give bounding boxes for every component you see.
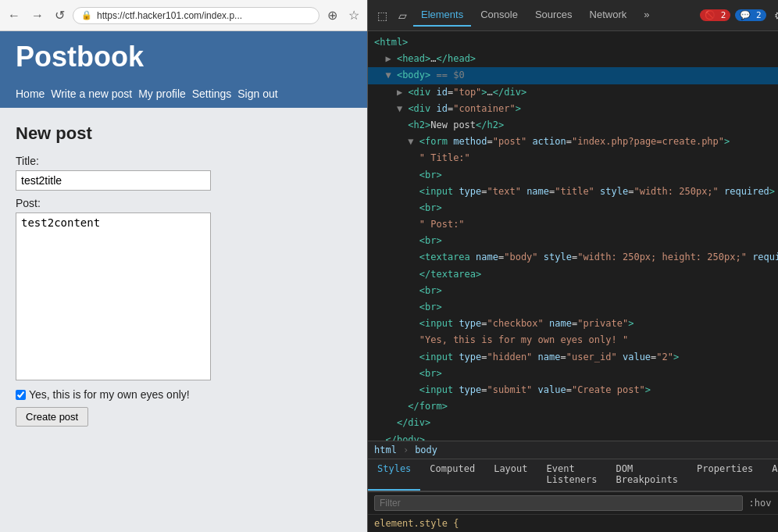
tree-div-container[interactable]: ▼ <div id="container">	[368, 101, 778, 117]
nav-home[interactable]: Home	[16, 87, 45, 100]
tree-textarea-close[interactable]: </textarea>	[368, 266, 778, 283]
tree-textarea[interactable]: <textarea name="body" style="width: 250p…	[368, 249, 778, 266]
breadcrumb-html[interactable]: html	[374, 445, 397, 455]
tree-form-close[interactable]: </form>	[368, 398, 778, 415]
breadcrumb-body[interactable]: body	[415, 445, 437, 455]
checkbox-row: Yes, this is for my own eyes only!	[16, 388, 352, 401]
tree-checkbox[interactable]: <input type="checkbox" name="private">	[368, 316, 778, 332]
site-title: Postbook	[0, 31, 367, 83]
lock-icon: 🔒	[81, 10, 92, 20]
tree-html[interactable]: <html>	[368, 34, 778, 51]
page-content: Postbook Home Write a new post My profil…	[0, 31, 367, 532]
tab-styles[interactable]: Styles	[368, 459, 420, 491]
nav-sign-out[interactable]: Sign out	[237, 87, 277, 100]
post-label: Post:	[16, 197, 352, 209]
nav-links: Home Write a new post My profile Setting…	[0, 83, 367, 108]
refresh-button[interactable]: ↺	[52, 6, 68, 24]
inspect-icon[interactable]: ⬚	[373, 6, 392, 25]
tree-h2[interactable]: <h2>New post</h2>	[368, 117, 778, 134]
tab-computed[interactable]: Computed	[420, 459, 484, 491]
tab-properties[interactable]: Properties	[687, 459, 762, 491]
tree-eyes-text[interactable]: "Yes, this is for my own eyes only! "	[368, 332, 778, 348]
tab-more[interactable]: »	[636, 4, 657, 27]
tree-div-top[interactable]: ▶ <div id="top">…</div>	[368, 84, 778, 101]
tree-br2[interactable]: <br>	[368, 200, 778, 216]
tree-br4[interactable]: <br>	[368, 283, 778, 299]
title-input[interactable]	[16, 170, 211, 191]
page-heading: New post	[16, 123, 352, 144]
filter-input[interactable]	[374, 495, 743, 511]
submit-button[interactable]: Create post	[16, 407, 88, 427]
devtools-topbar: ⬚ ▱ Elements Console Sources Network » 🚫…	[368, 0, 778, 31]
title-label: Title:	[16, 155, 352, 167]
nav-my-profile[interactable]: My profile	[138, 87, 186, 100]
tree-hidden[interactable]: <input type="hidden" name="user_id" valu…	[368, 349, 778, 366]
breadcrumb: html › body	[368, 441, 778, 459]
hov-button[interactable]: :hov	[749, 498, 772, 509]
tree-br3[interactable]: <br>	[368, 233, 778, 249]
tree-div-close[interactable]: </div>	[368, 415, 778, 431]
tab-layout[interactable]: Layout	[484, 459, 537, 491]
tab-console[interactable]: Console	[473, 4, 526, 27]
webpage-panel: ← → ↺ 🔒 https://ctf.hacker101.com/index.…	[0, 0, 367, 532]
nav-settings[interactable]: Settings	[192, 87, 232, 100]
nav-new-post[interactable]: Write a new post	[51, 87, 132, 100]
tab-elements[interactable]: Elements	[413, 4, 471, 27]
tree-br6[interactable]: <br>	[368, 366, 778, 382]
error-badge: 🚫 2	[700, 9, 730, 21]
tree-body[interactable]: ▼ <body> == $0	[368, 67, 778, 84]
share-button[interactable]: ⊕	[324, 6, 341, 24]
html-tree: <html> ▶ <head>…</head> ▼ <body> == $0 ▶…	[368, 31, 778, 441]
device-icon[interactable]: ▱	[394, 6, 412, 25]
comment-badge: 💬 2	[735, 9, 766, 21]
new-post-form: Title: Post: test2content Yes, this is f…	[16, 155, 352, 427]
tree-input-title[interactable]: <input type="text" name="title" style="w…	[368, 184, 778, 200]
url-text: https://ctf.hacker101.com/index.p...	[97, 10, 311, 21]
tab-access[interactable]: Access	[762, 459, 778, 491]
bookmark-button[interactable]: ☆	[345, 6, 362, 24]
element-style-section: element.style {	[368, 514, 778, 532]
tab-dom-breakpoints[interactable]: DOM Breakpoints	[607, 459, 687, 491]
tree-submit[interactable]: <input type="submit" value="Create post"…	[368, 382, 778, 398]
element-style-label: element.style {	[374, 518, 459, 529]
filter-bar: :hov .cls +	[368, 491, 778, 514]
url-bar[interactable]: 🔒 https://ctf.hacker101.com/index.p...	[73, 7, 319, 24]
forward-button[interactable]: →	[28, 7, 47, 24]
settings-icon[interactable]: ⚙	[769, 6, 778, 25]
back-button[interactable]: ←	[5, 7, 23, 24]
tab-event-listeners[interactable]: Event Listeners	[537, 459, 607, 491]
tree-body-close[interactable]: </body>	[368, 432, 778, 441]
devtools-panel: ⬚ ▱ Elements Console Sources Network » 🚫…	[367, 0, 778, 532]
private-checkbox[interactable]	[16, 390, 26, 400]
tab-network[interactable]: Network	[582, 4, 635, 27]
devtools-bottom-tabs: Styles Computed Layout Event Listeners D…	[368, 459, 778, 491]
tree-post-text[interactable]: " Post:"	[368, 216, 778, 233]
filter-options: :hov .cls +	[749, 498, 778, 509]
tree-title-text[interactable]: " Title:"	[368, 150, 778, 166]
tab-sources[interactable]: Sources	[527, 4, 580, 27]
tree-form[interactable]: ▼ <form method="post" action="index.php?…	[368, 134, 778, 150]
tree-br1[interactable]: <br>	[368, 167, 778, 184]
checkbox-label-text: Yes, this is for my own eyes only!	[29, 388, 190, 401]
browser-bar: ← → ↺ 🔒 https://ctf.hacker101.com/index.…	[0, 0, 367, 31]
tree-head[interactable]: ▶ <head>…</head>	[368, 51, 778, 67]
tree-br5[interactable]: <br>	[368, 299, 778, 316]
post-textarea[interactable]: test2content	[16, 212, 211, 380]
